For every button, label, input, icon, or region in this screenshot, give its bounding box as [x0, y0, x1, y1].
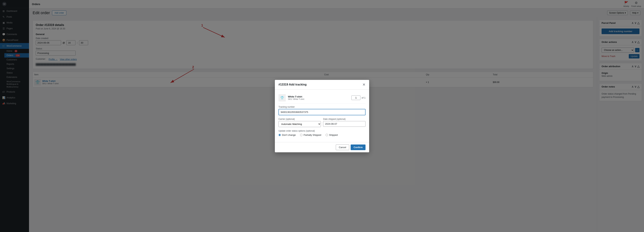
radio-shipped[interactable]: Shipped	[326, 134, 338, 136]
carrier-date-row: Carrier (optional) Automatic Matching US…	[278, 118, 366, 127]
product-name: White T-shirt	[288, 95, 349, 98]
status-options-label: Update order status options (optional)	[278, 130, 366, 132]
date-shipped-label: Date shipped (optional)	[323, 118, 366, 120]
modal-close-button[interactable]: ✕	[362, 83, 366, 86]
product-qty-row: of 1	[351, 96, 366, 100]
radio-partially-shipped-input[interactable]	[300, 134, 302, 136]
modal-overlay: #13319 Add tracking ✕ 👕 White T-shirt SK…	[0, 0, 644, 232]
radio-options-row: Don't change Partially Shipped Shipped	[278, 134, 366, 136]
modal-product-row: 👕 White T-shirt SKU: White T-shirt of 1	[278, 92, 366, 103]
qty-input[interactable]	[351, 96, 360, 100]
radio-shipped-label: Shipped	[329, 134, 338, 136]
date-shipped-input[interactable]	[323, 121, 366, 127]
carrier-select[interactable]: Automatic Matching USPS UPS FedEx DHL	[278, 121, 321, 127]
tracking-number-input[interactable]	[278, 109, 366, 115]
radio-partially-shipped[interactable]: Partially Shipped	[300, 134, 321, 136]
confirm-button[interactable]: Confirm	[351, 144, 366, 150]
date-col: Date shipped (optional)	[323, 118, 366, 127]
status-options-group: Update order status options (optional) D…	[278, 130, 366, 136]
qty-of-label: of 1	[362, 96, 366, 99]
product-thumbnail: 👕	[278, 94, 286, 101]
radio-shipped-input[interactable]	[326, 134, 328, 136]
radio-dont-change-label: Don't change	[282, 134, 296, 136]
modal-title: #13319 Add tracking	[278, 83, 306, 86]
product-info: White T-shirt SKU: White T-shirt	[288, 95, 349, 100]
cancel-button[interactable]: Cancel	[336, 144, 349, 150]
product-sku: SKU: White T-shirt	[288, 98, 349, 100]
radio-dont-change[interactable]: Don't change	[278, 134, 296, 136]
carrier-label: Carrier (optional)	[278, 118, 321, 120]
add-tracking-modal: #13319 Add tracking ✕ 👕 White T-shirt SK…	[275, 80, 369, 152]
radio-dont-change-input[interactable]	[278, 134, 281, 136]
radio-partially-shipped-label: Partially Shipped	[304, 134, 321, 136]
modal-body: 👕 White T-shirt SKU: White T-shirt of 1 …	[275, 90, 369, 142]
tracking-number-group: Tracking number	[278, 106, 366, 115]
tracking-number-label: Tracking number	[278, 106, 366, 108]
carrier-col: Carrier (optional) Automatic Matching US…	[278, 118, 321, 127]
modal-footer: Cancel Confirm	[275, 142, 369, 152]
modal-header: #13319 Add tracking ✕	[275, 80, 369, 90]
